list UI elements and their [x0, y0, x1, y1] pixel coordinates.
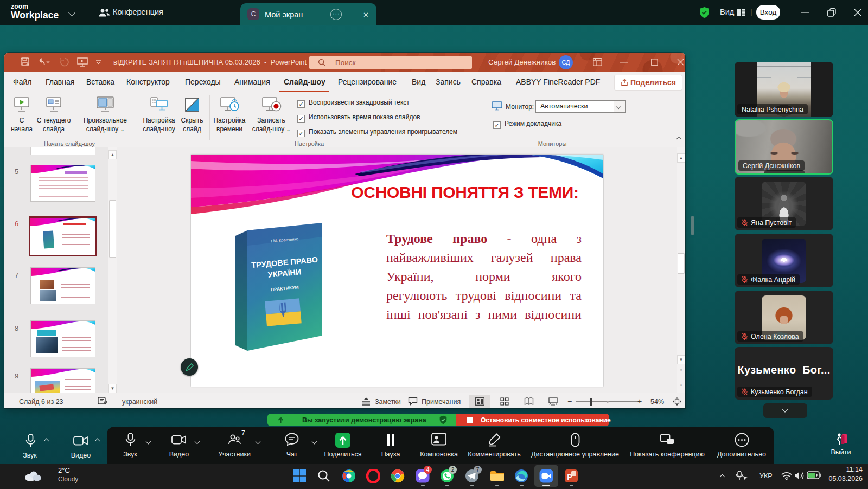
svg-text:P: P — [567, 473, 572, 481]
